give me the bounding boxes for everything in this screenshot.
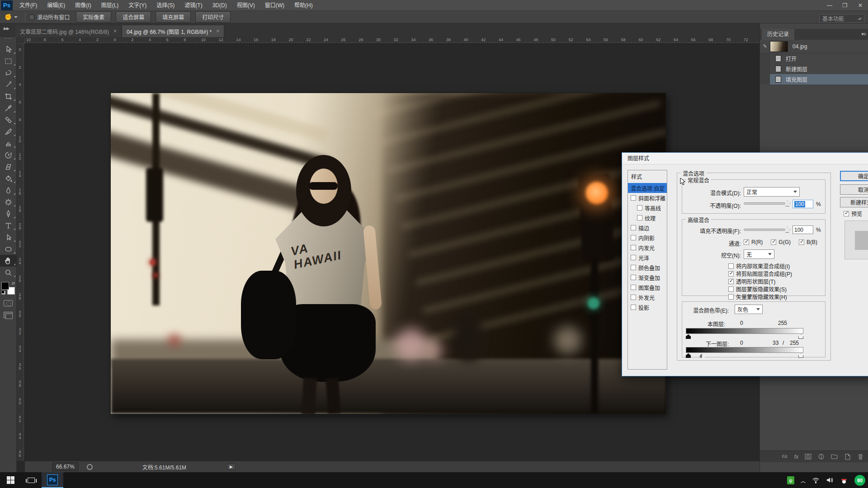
history-source-well[interactable]: [760, 64, 770, 74]
style-checkbox[interactable]: [631, 305, 636, 310]
link-layers-icon[interactable]: [781, 453, 788, 460]
style-list-item[interactable]: 颜色叠加: [628, 263, 667, 272]
style-checkbox[interactable]: [631, 285, 636, 290]
blend-option-checkbox[interactable]: 将剪贴图层混合成组(P): [728, 271, 792, 277]
tool-button[interactable]: [0, 43, 17, 55]
volume-icon[interactable]: [826, 476, 834, 484]
blend-mode-select[interactable]: 正常: [744, 187, 800, 197]
tool-button[interactable]: [0, 267, 17, 278]
menu-item[interactable]: 编辑(E): [42, 0, 70, 11]
history-snapshot-row[interactable]: ✎ 04.jpg: [760, 40, 868, 53]
foreground-background-colors[interactable]: ⇄: [1, 281, 15, 295]
tool-button[interactable]: [0, 184, 17, 196]
default-colors-icon[interactable]: [1, 291, 5, 295]
screen-mode-icon[interactable]: [4, 312, 13, 318]
task-view-button[interactable]: [21, 472, 42, 488]
channel-checkbox[interactable]: B(B): [799, 239, 817, 245]
slider-thumb[interactable]: [784, 201, 790, 206]
cancel-button[interactable]: 取消: [840, 184, 868, 195]
style-list-item[interactable]: 光泽: [628, 253, 667, 263]
document-tab[interactable]: 04.jpg @ 66.7% (图层 1, RGB/8#) * ×: [122, 25, 224, 37]
fill-opacity-value-field[interactable]: 100: [793, 225, 813, 234]
blend-option-checkbox[interactable]: 图层蒙版隐藏效果(S): [728, 286, 792, 292]
swap-colors-icon[interactable]: ⇄: [11, 281, 15, 286]
black-slider[interactable]: [686, 353, 691, 358]
document-tab[interactable]: 文章底部二维码.jpg @ 146%(RGB/8) ×: [15, 25, 122, 37]
tool-button[interactable]: [0, 231, 17, 243]
quick-mask-icon[interactable]: [4, 300, 13, 306]
hand-tool-preset[interactable]: ✊: [5, 14, 18, 20]
battery-indicator[interactable]: 80: [854, 475, 865, 486]
zoom-level-field[interactable]: 66.67%: [52, 462, 79, 471]
style-list-item[interactable]: 外发光: [628, 292, 667, 302]
split-slider[interactable]: [700, 353, 705, 358]
style-list-item[interactable]: 描边: [628, 223, 667, 233]
style-list-item[interactable]: 内发光: [628, 243, 667, 253]
blend-option-checkbox[interactable]: 透明形状图层(T): [728, 278, 792, 284]
ok-button[interactable]: 确定: [840, 171, 868, 181]
dialog-title[interactable]: 图层样式: [622, 153, 868, 164]
panel-menu-icon[interactable]: ▾≡: [861, 31, 866, 37]
tool-button[interactable]: [0, 220, 17, 231]
workspace-switcher[interactable]: 基本功能 ▴▾: [819, 14, 864, 23]
tool-button[interactable]: [0, 208, 17, 220]
style-checkbox[interactable]: [631, 255, 636, 260]
fill-opacity-slider[interactable]: [744, 229, 788, 231]
style-checkbox[interactable]: [631, 295, 636, 300]
taskbar-photoshop-button[interactable]: Ps: [42, 472, 63, 488]
style-checkbox[interactable]: [631, 235, 636, 240]
tool-button[interactable]: [0, 137, 17, 149]
white-slider[interactable]: [798, 334, 803, 339]
close-tab-icon[interactable]: ×: [216, 28, 219, 34]
style-checkbox[interactable]: [631, 275, 636, 280]
menu-item[interactable]: 滤镜(T): [179, 0, 207, 11]
qq-icon[interactable]: [840, 476, 848, 485]
adjustment-layer-icon[interactable]: [818, 453, 825, 460]
blend-option-checkbox[interactable]: 矢量蒙版隐藏效果(H): [728, 294, 792, 300]
menu-item[interactable]: 图像(I): [70, 0, 96, 11]
menu-item[interactable]: 3D(D): [208, 0, 232, 11]
new-layer-icon[interactable]: [844, 453, 851, 460]
style-checkbox[interactable]: [637, 215, 642, 221]
channel-checkbox[interactable]: R(R): [744, 239, 763, 245]
minimize-icon[interactable]: —: [822, 0, 837, 11]
status-menu-icon[interactable]: ▶: [227, 464, 236, 470]
tool-button[interactable]: [0, 149, 17, 161]
layer-mask-icon[interactable]: [805, 453, 811, 460]
white-slider[interactable]: [798, 353, 803, 358]
toolbox-grip[interactable]: [5, 38, 12, 42]
menu-item[interactable]: 文字(Y): [123, 0, 151, 11]
close-tab-icon[interactable]: ×: [113, 28, 117, 34]
tray-expand-icon[interactable]: ︿: [801, 477, 806, 484]
tool-button[interactable]: [0, 67, 17, 79]
photo-document[interactable]: VA HAWAII: [111, 93, 666, 414]
style-list-item[interactable]: 等高线: [628, 203, 667, 213]
menu-item[interactable]: 帮助(H): [289, 0, 318, 11]
foreground-color-swatch[interactable]: [1, 282, 9, 290]
style-list-item[interactable]: 混合选项:自定: [628, 183, 667, 193]
start-button[interactable]: [0, 472, 21, 488]
style-list-item[interactable]: 纹理: [628, 213, 667, 223]
history-source-well[interactable]: [760, 74, 770, 84]
menu-item[interactable]: 图层(L): [96, 0, 124, 11]
style-list-item[interactable]: 渐变叠加: [628, 272, 667, 282]
opacity-value-field[interactable]: 100: [793, 200, 813, 208]
style-list-item[interactable]: 投影: [628, 302, 667, 312]
opacity-slider[interactable]: [744, 202, 788, 205]
tool-button[interactable]: [0, 243, 17, 255]
tab-history-panel[interactable]: 历史记录: [762, 29, 794, 40]
menu-item[interactable]: 视图(V): [232, 0, 260, 11]
style-list-item[interactable]: 斜面和浮雕: [628, 193, 667, 203]
tab-overflow-icon[interactable]: ▶▶: [4, 26, 9, 31]
style-checkbox[interactable]: [631, 265, 636, 270]
history-step-row[interactable]: 填充图层: [760, 74, 868, 84]
new-group-icon[interactable]: [831, 453, 838, 460]
close-icon[interactable]: ✕: [853, 0, 868, 11]
delete-layer-icon[interactable]: [857, 453, 864, 460]
style-list-item[interactable]: 图案叠加: [628, 282, 667, 292]
black-slider[interactable]: [686, 334, 691, 339]
options-button[interactable]: 填充屏幕: [156, 11, 191, 23]
menu-item[interactable]: 文件(F): [14, 0, 42, 11]
style-checkbox[interactable]: [631, 245, 636, 250]
channel-checkbox[interactable]: G(G): [771, 239, 791, 245]
